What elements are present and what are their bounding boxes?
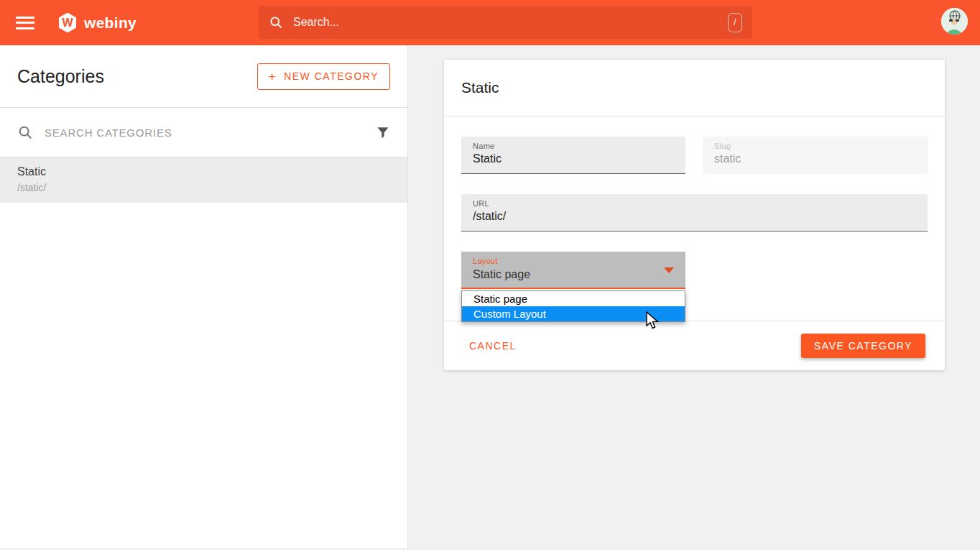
logo-text: webiny: [84, 14, 137, 32]
main-content: Static Name Slug URL: [408, 45, 980, 550]
webiny-logo[interactable]: W webiny: [57, 13, 137, 33]
name-input[interactable]: [473, 152, 674, 165]
layout-selected-value: Static page: [473, 268, 674, 281]
user-avatar[interactable]: [941, 8, 968, 35]
menu-icon[interactable]: [16, 17, 34, 29]
url-field[interactable]: URL: [461, 194, 928, 232]
slug-field: Slug: [703, 137, 928, 174]
slug-input: [714, 152, 916, 165]
app-bar: W webiny /: [0, 0, 980, 45]
layout-select[interactable]: Layout Static page Static page Custom La…: [461, 252, 685, 289]
form-footer: CANCEL SAVE CATEGORY: [444, 321, 945, 370]
categories-panel: Categories + NEW CATEGORY Static /static…: [0, 45, 408, 550]
category-list-item[interactable]: Static /static/: [0, 157, 407, 203]
global-search[interactable]: /: [259, 6, 752, 39]
categories-header: Categories + NEW CATEGORY: [0, 45, 407, 108]
layout-option-static-page[interactable]: Static page: [462, 291, 685, 306]
layout-dropdown: Static page Custom Layout: [461, 290, 685, 322]
url-label: URL: [473, 199, 916, 208]
category-search-row: [0, 108, 407, 157]
new-category-button[interactable]: + NEW CATEGORY: [257, 63, 390, 90]
page-title: Categories: [17, 66, 104, 87]
search-icon: [269, 15, 283, 29]
category-url: /static/: [17, 182, 390, 193]
logo-letter: W: [62, 17, 73, 29]
form-title: Static: [461, 79, 499, 96]
form-body: Name Slug URL Layout Static page: [444, 116, 945, 289]
save-category-button[interactable]: SAVE CATEGORY: [801, 334, 925, 358]
url-input[interactable]: [473, 210, 916, 223]
category-search-input[interactable]: [45, 127, 376, 139]
layout-label: Layout: [473, 257, 674, 265]
search-icon: [17, 124, 33, 140]
webiny-logo-hexagon: W: [57, 13, 78, 33]
category-name: Static: [17, 165, 390, 178]
name-field[interactable]: Name: [461, 137, 685, 174]
global-search-input[interactable]: [293, 16, 728, 29]
filter-funnel-icon[interactable]: [376, 125, 390, 139]
layout-option-custom-layout[interactable]: Custom Layout: [462, 306, 685, 321]
cancel-button[interactable]: CANCEL: [465, 334, 521, 357]
chevron-down-icon: [664, 267, 674, 273]
plus-icon: +: [269, 70, 277, 83]
keyboard-shortcut-badge: /: [728, 13, 742, 32]
name-label: Name: [473, 142, 674, 150]
form-header: Static: [444, 60, 945, 116]
category-form-card: Static Name Slug URL: [444, 60, 945, 370]
new-category-label: NEW CATEGORY: [284, 70, 379, 82]
slug-label: Slug: [714, 142, 916, 150]
